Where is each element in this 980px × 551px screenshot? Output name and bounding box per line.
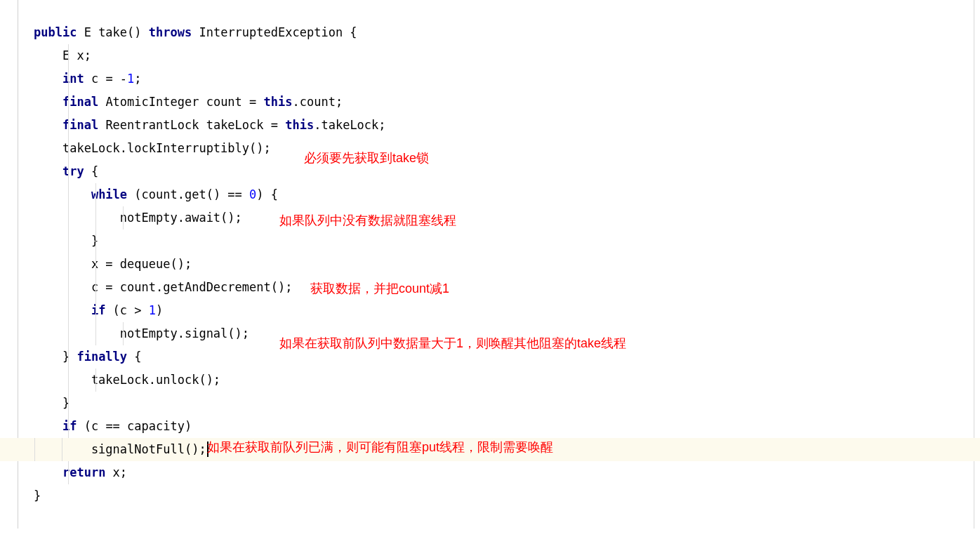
code-text: (count.get() == — [127, 187, 249, 201]
code-line: final ReentrantLock takeLock = this.take… — [34, 114, 980, 137]
keyword: while — [91, 187, 127, 201]
keyword: int — [62, 72, 84, 86]
code-text: c = count.getAndDecrement(); — [34, 280, 292, 294]
number: 0 — [249, 187, 256, 201]
code-text: .takeLock; — [314, 118, 385, 132]
code-line: public E take() throws InterruptedExcept… — [34, 21, 980, 44]
number: 1 — [149, 303, 156, 317]
code-text: x = dequeue(); — [34, 257, 192, 271]
code-text: notEmpty.await(); — [34, 211, 242, 225]
code-text: InterruptedException { — [192, 25, 357, 39]
code-line: if (c > 1) — [34, 299, 980, 322]
code-text: takeLock.lockInterruptibly(); — [34, 141, 271, 155]
number: 1 — [127, 72, 134, 86]
keyword: return — [62, 465, 105, 479]
code-line: } — [34, 230, 980, 253]
annotation: 获取数据，并把count减1 — [310, 277, 449, 300]
keyword: public — [34, 25, 77, 39]
keyword: throws — [149, 25, 192, 39]
code-line: c = count.getAndDecrement(); 获取数据，并把coun… — [34, 276, 980, 299]
code-line: notEmpty.await(); 如果队列中没有数据就阻塞线程 — [34, 206, 980, 230]
code-area[interactable]: public E take() throws InterruptedExcept… — [0, 0, 980, 529]
code-text: notEmpty.signal(); — [34, 326, 249, 340]
code-line: return x; — [34, 461, 980, 484]
code-line: } finally { — [34, 345, 980, 369]
code-text: signalNotFull(); — [34, 442, 206, 456]
code-text: } — [34, 350, 77, 364]
code-text: takeLock.unlock(); — [34, 373, 220, 387]
code-text: (c == capacity) — [77, 419, 192, 433]
code-text: ) { — [256, 187, 278, 201]
code-line: x = dequeue(); — [34, 253, 980, 276]
code-line: notEmpty.signal(); 如果在获取前队列中数据量大于1，则唤醒其他… — [34, 322, 980, 345]
code-line-highlighted: signalNotFull(); 如果在获取前队列已满，则可能有阻塞put线程，… — [0, 438, 980, 461]
code-text: AtomicInteger count = — [98, 95, 263, 109]
code-line: try { — [34, 160, 980, 183]
code-text: ReentrantLock takeLock = — [98, 118, 285, 132]
code-text: c = - — [84, 72, 127, 86]
code-text: } — [34, 396, 69, 410]
code-text: x; — [105, 465, 127, 479]
code-text: ) — [156, 303, 163, 317]
code-text: (c > — [105, 303, 148, 317]
code-text: E x; — [34, 48, 91, 62]
keyword: finally — [77, 350, 127, 364]
code-line: E x; — [34, 44, 980, 67]
code-text: } — [34, 234, 98, 248]
code-line: takeLock.lockInterruptibly(); 必须要先获取到tak… — [34, 137, 980, 160]
keyword: try — [62, 164, 84, 178]
code-line: if (c == capacity) — [34, 415, 980, 438]
code-text: E take() — [77, 25, 148, 39]
code-line: } — [34, 484, 980, 507]
keyword: this — [285, 118, 314, 132]
code-text: ; — [134, 72, 141, 86]
code-line: } — [34, 392, 980, 415]
keyword: this — [264, 95, 293, 109]
keyword: if — [91, 303, 105, 317]
code-line: while (count.get() == 0) { — [34, 183, 980, 206]
annotation: 如果在获取前队列已满，则可能有阻塞put线程，限制需要唤醒 — [207, 436, 553, 459]
code-line: takeLock.unlock(); — [34, 369, 980, 392]
code-line: int c = -1; — [34, 67, 980, 91]
code-text: { — [127, 350, 141, 364]
keyword: if — [62, 419, 77, 433]
code-text: } — [34, 489, 41, 503]
code-line: final AtomicInteger count = this.count; — [34, 91, 980, 114]
code-text: { — [84, 164, 98, 178]
code-editor: public E take() throws InterruptedExcept… — [0, 0, 980, 529]
code-text: .count; — [293, 95, 343, 109]
